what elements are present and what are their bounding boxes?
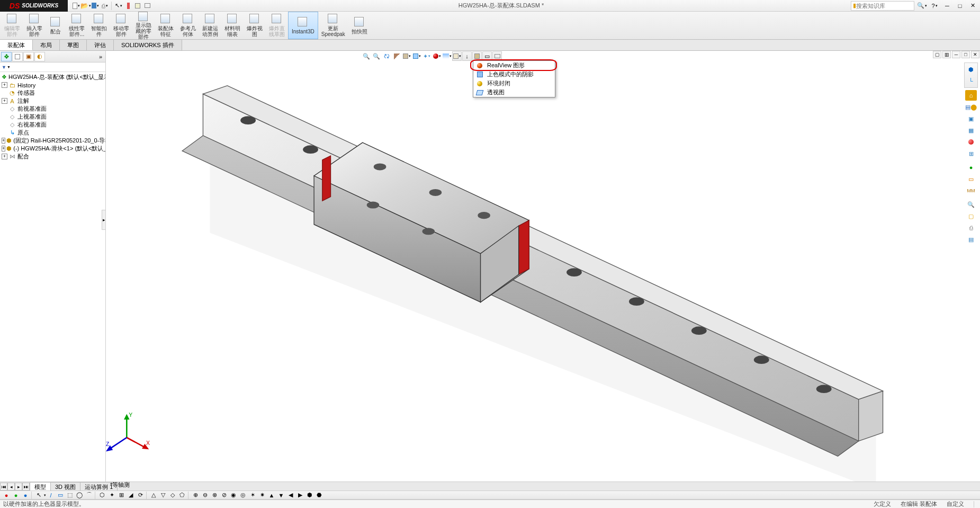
- view-cube-button[interactable]: [472, 51, 482, 61]
- ribbon-item-9[interactable]: 新建运 动算例: [199, 12, 221, 39]
- ribbon-item-14[interactable]: 更新 Speedpak: [318, 12, 348, 39]
- expand-icon[interactable]: +: [2, 98, 7, 104]
- tab-nav-first[interactable]: ⏮: [0, 483, 7, 491]
- feature-manager-tab[interactable]: ❖: [1, 52, 12, 61]
- minimize-button[interactable]: ─: [942, 2, 952, 10]
- tree-item-7[interactable]: ↳原点: [2, 129, 105, 137]
- prev-view-button[interactable]: 🗘: [382, 51, 391, 61]
- tb16[interactable]: ⬠: [178, 491, 186, 499]
- stats-button[interactable]: ▤: [965, 234, 977, 245]
- tree-item-2[interactable]: ◔传感器: [2, 89, 105, 97]
- configuration-manager-tab[interactable]: ▣: [23, 52, 34, 61]
- ribbon-item-7[interactable]: 装配体 特征: [155, 12, 177, 39]
- tb30[interactable]: ⬣: [315, 491, 323, 499]
- search-go-button[interactable]: 🔍▾: [916, 2, 927, 10]
- tb26[interactable]: ▼: [277, 491, 285, 499]
- search-input[interactable]: [856, 3, 912, 9]
- line-tool[interactable]: /: [47, 491, 55, 499]
- ribbon-item-15[interactable]: 拍快照: [348, 12, 371, 39]
- expand-icon[interactable]: +: [2, 82, 7, 88]
- tree-item-9[interactable]: +⬢(-) HGW25HA-滑块<1> (默认<默认_: [2, 145, 105, 153]
- search-box[interactable]: ▮: [851, 1, 914, 11]
- tb25[interactable]: ▲: [267, 491, 276, 499]
- command-tab-0[interactable]: 装配体: [0, 40, 33, 50]
- command-tab-1[interactable]: 布局: [33, 40, 60, 50]
- resources-tab[interactable]: ⌂: [965, 90, 977, 101]
- tree-item-8[interactable]: +⬢(固定) Rail-HGR25R05201-20_0-导轨: [2, 137, 105, 145]
- tb23[interactable]: ✶: [248, 491, 257, 499]
- maximize-button[interactable]: □: [955, 2, 965, 10]
- units-button[interactable]: MM: [965, 185, 977, 196]
- ribbon-item-6[interactable]: 显示隐 藏的零 部件: [132, 12, 155, 39]
- tb8[interactable]: ⬡: [98, 491, 106, 499]
- expand-icon[interactable]: +: [2, 146, 5, 151]
- tb22[interactable]: ◎: [239, 491, 247, 499]
- tab-nav-last[interactable]: ⏭: [22, 483, 30, 491]
- scene-button[interactable]: ▾: [442, 51, 452, 61]
- standard-views-button[interactable]: [492, 51, 502, 61]
- doc-max-button[interactable]: □: [961, 51, 970, 58]
- screen-capture-button[interactable]: [143, 2, 151, 10]
- feature-tree[interactable]: ❖HGW25HA-总-装配体 (默认<默认_显示+🗀History◔传感器+A注…: [0, 72, 105, 483]
- property-manager-tab[interactable]: [12, 52, 23, 61]
- tb18[interactable]: ⊖: [201, 491, 209, 499]
- t2[interactable]: ●: [12, 491, 20, 499]
- expand-icon[interactable]: +: [2, 154, 7, 159]
- filter-icon[interactable]: ▼: [2, 65, 6, 70]
- viewport-two-button[interactable]: ▥: [942, 51, 951, 58]
- coord-system-button[interactable]: └: [965, 76, 977, 86]
- select-button[interactable]: ▢: [965, 211, 977, 221]
- menu-item-0[interactable]: RealView 图形: [473, 61, 555, 70]
- menu-item-1[interactable]: 上色模式中的阴影: [473, 70, 555, 79]
- tree-item-0[interactable]: ❖HGW25HA-总-装配体 (默认<默认_显示: [2, 73, 105, 81]
- tree-item-1[interactable]: +🗀History: [2, 81, 105, 89]
- ribbon-item-5[interactable]: 移动零 部件: [110, 12, 132, 39]
- front-button[interactable]: ▭: [482, 51, 492, 61]
- tb11[interactable]: ◢: [127, 491, 135, 499]
- tree-item-4[interactable]: ◇前视基准面: [2, 105, 105, 113]
- ribbon-item-10[interactable]: 材料明 细表: [221, 12, 244, 39]
- tab-nav-next[interactable]: ▸: [15, 483, 22, 491]
- ribbon-item-2[interactable]: 配合: [46, 12, 66, 39]
- tb15[interactable]: ◇: [168, 491, 177, 499]
- selection-filter-button[interactable]: ↖▾: [114, 2, 123, 10]
- tb14[interactable]: ▽: [159, 491, 167, 499]
- appearance-button[interactable]: ▾: [432, 51, 442, 61]
- tb29[interactable]: ⬢: [305, 491, 314, 499]
- tb19[interactable]: ⊗: [210, 491, 219, 499]
- tb13[interactable]: △: [149, 491, 158, 499]
- tb5[interactable]: ⬚: [66, 491, 74, 499]
- measure-button[interactable]: ▭: [965, 174, 977, 184]
- menu-item-3[interactable]: 透视图: [473, 88, 555, 97]
- find-button[interactable]: 🔍: [965, 199, 977, 210]
- normal-to-button[interactable]: ↓: [462, 51, 472, 61]
- panel-splitter[interactable]: ▸: [102, 210, 106, 230]
- tree-item-10[interactable]: +⋈配合: [2, 153, 105, 161]
- ribbon-item-3[interactable]: 线性零 部件...: [66, 12, 88, 39]
- tb7[interactable]: ⌒: [85, 491, 93, 499]
- select-tool[interactable]: ↖: [34, 491, 43, 499]
- graphics-area[interactable]: 🔍 🔍 🗘 ▾ ▾ ✦▾ ▾ ▾ ▾ ↓ ▭ RealView 图形上色模式中的…: [106, 51, 980, 491]
- ribbon-item-13[interactable]: Instant3D: [288, 12, 318, 39]
- collapse-panel-button[interactable]: »: [97, 54, 104, 60]
- tb20[interactable]: ⊘: [220, 491, 228, 499]
- design-library-tab[interactable]: ▤⬤: [965, 102, 977, 112]
- pin-button[interactable]: ●: [965, 162, 977, 173]
- doc-min-button[interactable]: ─: [952, 51, 960, 58]
- rebuild-button[interactable]: [124, 2, 132, 10]
- tab-nav-prev[interactable]: ◂: [7, 483, 15, 491]
- close-button[interactable]: ✕: [967, 2, 978, 10]
- tree-item-3[interactable]: +A注解: [2, 97, 105, 105]
- viewport-single-button[interactable]: ▢: [933, 51, 941, 58]
- open-button[interactable]: 📂▾: [82, 2, 90, 10]
- t3[interactable]: ●: [21, 491, 30, 499]
- help-button[interactable]: ?▾: [929, 2, 940, 10]
- tb10[interactable]: ⊞: [117, 491, 125, 499]
- tb24[interactable]: ✷: [258, 491, 266, 499]
- ribbon-item-11[interactable]: 爆炸视 图: [244, 12, 266, 39]
- section-view-button[interactable]: [392, 51, 401, 61]
- view-tab-1[interactable]: 3D 视图: [50, 482, 80, 492]
- ribbon-item-1[interactable]: 插入零 部件: [23, 12, 46, 39]
- new-button[interactable]: ▾: [72, 2, 80, 10]
- zoom-area-button[interactable]: 🔍: [372, 51, 381, 61]
